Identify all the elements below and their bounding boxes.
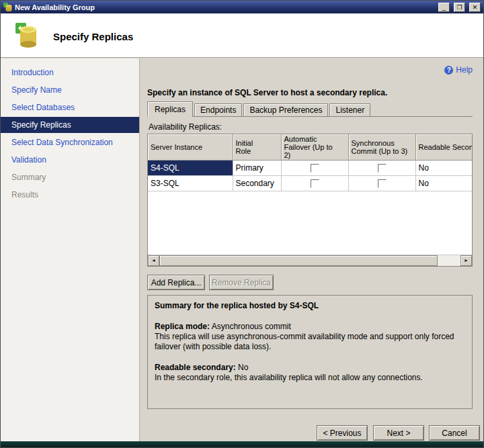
readable-secondary-section: Readable secondary: No In the secondary … (155, 363, 465, 383)
horizontal-scrollbar[interactable]: ◄ ► (148, 255, 472, 266)
tab-listener[interactable]: Listener (329, 103, 370, 116)
wizard-steps-sidebar: Introduction Specify Name Select Databas… (1, 58, 140, 441)
scroll-left-icon[interactable]: ◄ (148, 255, 159, 266)
wizard-header: Specify Replicas (1, 13, 483, 58)
tabstrip: Replicas Endpoints Backup Preferences Li… (147, 101, 473, 117)
cancel-button[interactable]: Cancel (429, 425, 480, 441)
maximize-button[interactable]: ❐ (454, 3, 465, 12)
column-header-readable-secondary: Readable Secondary (415, 134, 473, 161)
main-panel: ? Help Specify an instance of SQL Server… (140, 58, 483, 441)
minimize-button[interactable]: _ (438, 3, 450, 12)
sidebar-item-specify-name[interactable]: Specify Name (1, 81, 139, 99)
replica-mode-section: Replica mode: Asynchronous commit This r… (155, 322, 465, 352)
synchronous-commit-checkbox[interactable] (378, 164, 387, 173)
sidebar-item-introduction[interactable]: Introduction (1, 64, 139, 81)
app-icon (3, 3, 12, 11)
next-button[interactable]: Next > (373, 425, 424, 441)
cell-synchronous-commit (348, 176, 415, 191)
tab-backup-preferences[interactable]: Backup Preferences (243, 103, 328, 116)
tab-endpoints[interactable]: Endpoints (194, 103, 242, 116)
grid-caption: Availability Replicas: (149, 122, 222, 132)
cell-server-instance[interactable]: S4-SQL (148, 161, 233, 176)
close-button[interactable]: ✕ (469, 3, 481, 12)
table-row[interactable]: S3-SQL Secondary No (148, 176, 473, 191)
sidebar-item-select-data-synchronization[interactable]: Select Data Synchronization (1, 134, 139, 151)
help-link[interactable]: ? Help (444, 65, 473, 75)
page-title: Specify Replicas (53, 31, 133, 42)
replica-mode-description: This replica will use asynchronous-commi… (155, 332, 465, 352)
sidebar-item-validation[interactable]: Validation (1, 151, 139, 169)
cell-automatic-failover (281, 176, 348, 191)
window-title: New Availability Group (15, 3, 434, 11)
cell-initial-role[interactable]: Primary (233, 161, 281, 176)
availability-replicas-grid: Server Instance Initial Role Automatic F… (147, 134, 473, 267)
sidebar-item-specify-replicas[interactable]: Specify Replicas (1, 117, 139, 133)
summary-title: Summary for the replica hosted by S4-SQL (155, 301, 465, 311)
column-header-server-instance: Server Instance (148, 134, 233, 161)
help-icon: ? (444, 66, 453, 75)
readable-secondary-label: Readable secondary: (155, 363, 236, 372)
cell-automatic-failover (281, 161, 348, 176)
cell-server-instance[interactable]: S3-SQL (148, 176, 233, 191)
column-header-automatic-failover: Automatic Failover (Up to 2) (281, 134, 348, 161)
automatic-failover-checkbox[interactable] (311, 164, 319, 173)
replica-summary-box: Summary for the replica hosted by S4-SQL… (147, 295, 473, 409)
help-label: Help (456, 65, 473, 75)
window-bottom-edge (1, 441, 483, 447)
titlebar: New Availability Group _ ❐ ✕ (1, 1, 483, 13)
add-replica-button[interactable]: Add Replica... (147, 275, 205, 290)
cell-synchronous-commit (348, 161, 415, 176)
readable-secondary-description: In the secondary role, this availability… (155, 373, 465, 383)
synchronous-commit-checkbox[interactable] (378, 179, 387, 188)
scrollbar-thumb[interactable] (159, 255, 438, 266)
new-availability-group-window: New Availability Group _ ❐ ✕ Specify Rep… (0, 0, 484, 448)
scroll-right-icon[interactable]: ► (460, 255, 472, 266)
sidebar-item-select-databases[interactable]: Select Databases (1, 99, 139, 116)
cell-initial-role[interactable]: Secondary (233, 176, 281, 191)
sidebar-item-summary: Summary (1, 169, 139, 186)
database-icon (14, 21, 41, 51)
cell-readable-secondary[interactable]: No (415, 176, 473, 191)
instruction-text: Specify an instance of SQL Server to hos… (147, 88, 387, 97)
automatic-failover-checkbox[interactable] (311, 179, 319, 188)
cell-readable-secondary[interactable]: No (415, 161, 473, 176)
column-header-synchronous-commit: Synchronous Commit (Up to 3) (348, 134, 415, 161)
tab-replicas[interactable]: Replicas (147, 101, 193, 117)
previous-button[interactable]: < Previous (317, 425, 368, 441)
sidebar-item-results: Results (1, 186, 139, 204)
replica-mode-value: Asynchronous commit (210, 322, 291, 331)
grid-header-row: Server Instance Initial Role Automatic F… (148, 134, 473, 161)
scrollbar-track[interactable] (438, 255, 460, 266)
remove-replica-button: Remove Replica (209, 275, 274, 290)
readable-secondary-value: No (236, 363, 249, 372)
column-header-initial-role: Initial Role (233, 134, 281, 161)
replica-mode-label: Replica mode: (155, 322, 210, 331)
table-row[interactable]: S4-SQL Primary No (148, 161, 473, 176)
